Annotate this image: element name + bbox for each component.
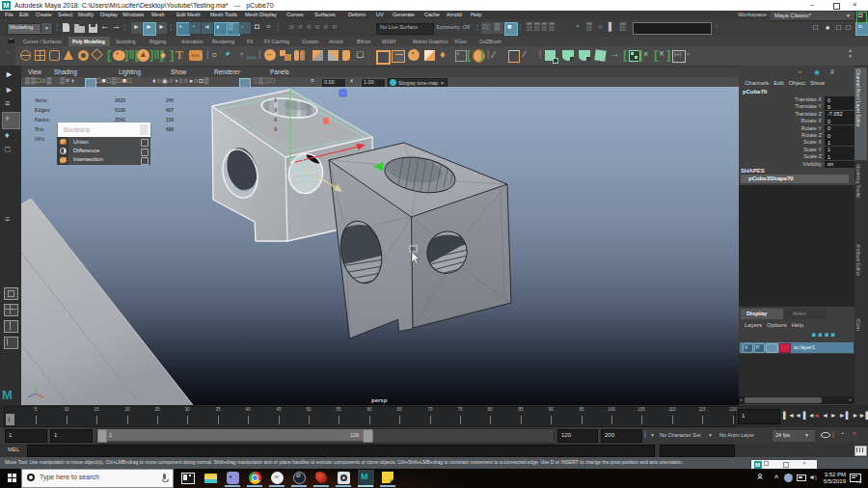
svg-text:persp: persp — [371, 397, 388, 403]
